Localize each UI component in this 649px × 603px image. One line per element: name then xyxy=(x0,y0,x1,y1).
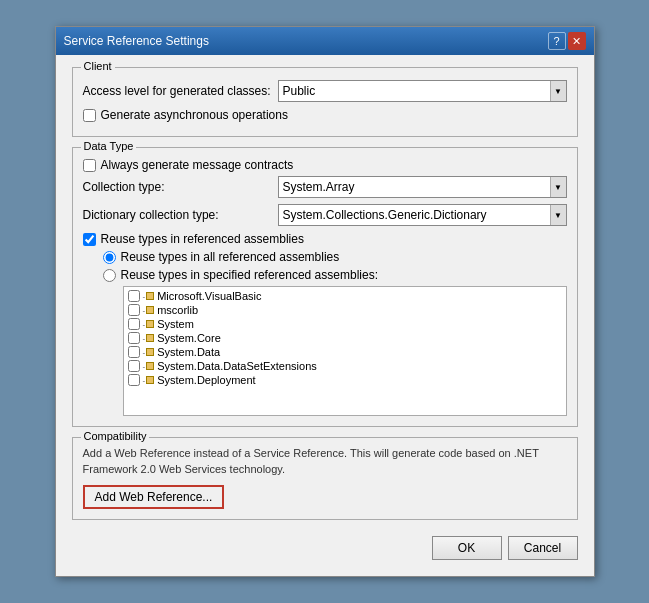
assembly-icon-0: - xyxy=(143,292,155,301)
assembly-item: - System.Data.DataSetExtensions xyxy=(124,359,566,373)
close-button[interactable]: ✕ xyxy=(568,32,586,50)
assembly-name-6: System.Deployment xyxy=(157,374,255,386)
reuse-specified-label: Reuse types in specified referenced asse… xyxy=(121,268,378,282)
assembly-item: - mscorlib xyxy=(124,303,566,317)
dict-collection-row: Dictionary collection type: System.Colle… xyxy=(83,204,567,226)
assembly-name-1: mscorlib xyxy=(157,304,198,316)
reuse-specified-radio[interactable] xyxy=(103,269,116,282)
message-contracts-checkbox[interactable] xyxy=(83,159,96,172)
assembly-name-3: System.Core xyxy=(157,332,221,344)
assembly-item: - System xyxy=(124,317,566,331)
compatibility-group: Compatibility Add a Web Reference instea… xyxy=(72,437,578,520)
access-level-value: Public xyxy=(283,84,316,98)
async-ops-label: Generate asynchronous operations xyxy=(101,108,288,122)
dict-collection-label: Dictionary collection type: xyxy=(83,208,278,222)
reuse-types-row: Reuse types in referenced assemblies xyxy=(83,232,567,246)
assembly-item: - System.Deployment xyxy=(124,373,566,387)
compatibility-label: Compatibility xyxy=(81,430,150,442)
client-group: Client Access level for generated classe… xyxy=(72,67,578,137)
assembly-icon-6: - xyxy=(143,376,155,385)
data-type-group-label: Data Type xyxy=(81,140,137,152)
reuse-all-radio[interactable] xyxy=(103,251,116,264)
compatibility-text: Add a Web Reference instead of a Service… xyxy=(83,446,567,477)
ok-button[interactable]: OK xyxy=(432,536,502,560)
reuse-all-label: Reuse types in all referenced assemblies xyxy=(121,250,340,264)
access-level-arrow: ▼ xyxy=(550,81,566,101)
reuse-all-row: Reuse types in all referenced assemblies xyxy=(103,250,567,264)
collection-type-value: System.Array xyxy=(283,180,355,194)
assembly-checkbox-1[interactable] xyxy=(128,304,140,316)
assembly-checkbox-0[interactable] xyxy=(128,290,140,302)
collection-type-dropdown[interactable]: System.Array ▼ xyxy=(278,176,567,198)
assembly-name-2: System xyxy=(157,318,194,330)
access-level-row: Access level for generated classes: Publ… xyxy=(83,80,567,102)
dict-collection-arrow: ▼ xyxy=(550,205,566,225)
assembly-icon-5: - xyxy=(143,362,155,371)
assembly-name-5: System.Data.DataSetExtensions xyxy=(157,360,317,372)
cancel-button[interactable]: Cancel xyxy=(508,536,578,560)
client-group-label: Client xyxy=(81,60,115,72)
assembly-checkbox-3[interactable] xyxy=(128,332,140,344)
assembly-icon-1: - xyxy=(143,306,155,315)
dialog-title: Service Reference Settings xyxy=(64,34,209,48)
reuse-types-label: Reuse types in referenced assemblies xyxy=(101,232,304,246)
assembly-item: - System.Data xyxy=(124,345,566,359)
message-contracts-label: Always generate message contracts xyxy=(101,158,294,172)
dialog-body: Client Access level for generated classe… xyxy=(56,55,594,576)
assembly-checkbox-4[interactable] xyxy=(128,346,140,358)
title-bar: Service Reference Settings ? ✕ xyxy=(56,27,594,55)
dialog-buttons: OK Cancel xyxy=(72,532,578,564)
access-level-label: Access level for generated classes: xyxy=(83,84,278,98)
assembly-checkbox-6[interactable] xyxy=(128,374,140,386)
collection-type-label: Collection type: xyxy=(83,180,278,194)
help-button[interactable]: ? xyxy=(548,32,566,50)
access-level-dropdown[interactable]: Public ▼ xyxy=(278,80,567,102)
async-ops-row: Generate asynchronous operations xyxy=(83,108,567,122)
assembly-icon-2: - xyxy=(143,320,155,329)
assembly-icon-3: - xyxy=(143,334,155,343)
title-bar-buttons: ? ✕ xyxy=(548,32,586,50)
dict-collection-value: System.Collections.Generic.Dictionary xyxy=(283,208,487,222)
assembly-icon-4: - xyxy=(143,348,155,357)
assembly-item: - System.Core xyxy=(124,331,566,345)
collection-type-arrow: ▼ xyxy=(550,177,566,197)
add-web-reference-button[interactable]: Add Web Reference... xyxy=(83,485,225,509)
assembly-checkbox-2[interactable] xyxy=(128,318,140,330)
reuse-specified-row: Reuse types in specified referenced asse… xyxy=(103,268,567,282)
data-type-group: Data Type Always generate message contra… xyxy=(72,147,578,427)
assembly-checkbox-5[interactable] xyxy=(128,360,140,372)
assembly-name-0: Microsoft.VisualBasic xyxy=(157,290,261,302)
assembly-name-4: System.Data xyxy=(157,346,220,358)
dict-collection-dropdown[interactable]: System.Collections.Generic.Dictionary ▼ xyxy=(278,204,567,226)
collection-type-row: Collection type: System.Array ▼ xyxy=(83,176,567,198)
reuse-types-checkbox[interactable] xyxy=(83,233,96,246)
async-ops-checkbox[interactable] xyxy=(83,109,96,122)
assembly-list[interactable]: - Microsoft.VisualBasic - mscorlib - xyxy=(123,286,567,416)
dialog-window: Service Reference Settings ? ✕ Client Ac… xyxy=(55,26,595,577)
assembly-item: - Microsoft.VisualBasic xyxy=(124,289,566,303)
message-contracts-row: Always generate message contracts xyxy=(83,158,567,172)
